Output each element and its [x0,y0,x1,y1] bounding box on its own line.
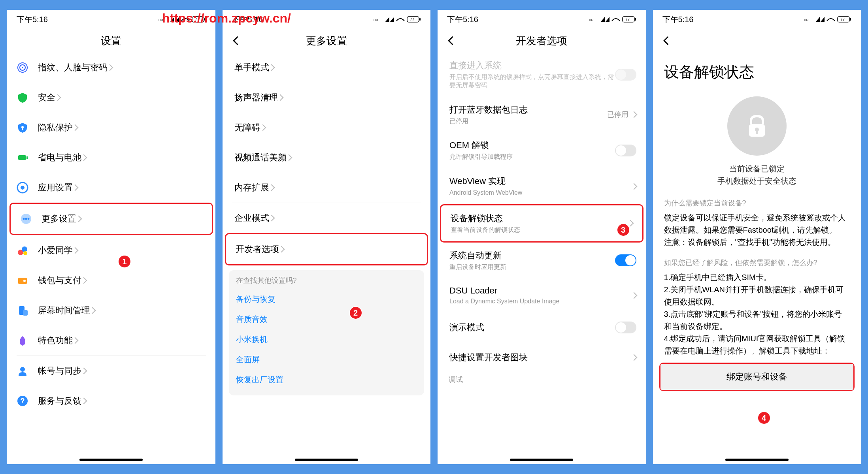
svg-rect-37 [850,18,851,21]
nav-bar[interactable] [7,459,215,464]
help-icon: ? [17,395,28,407]
nav-bar[interactable] [653,459,861,464]
question-2: 如果您已经了解风险，但依然需要解锁，怎么办? [653,254,861,271]
toggle-auto-update[interactable] [615,254,636,266]
developer-options-list: 直接进入系统开启后不使用系统的锁屏样式，点亮屏幕直接进入系统，需要无屏幕密码 打… [438,53,646,459]
item-account[interactable]: 帐号与同步 [7,356,215,386]
title-bar: 开发者选项 [438,29,646,53]
item-more-settings[interactable]: 更多设置 [11,204,212,234]
item-privacy[interactable]: 隐私保护 [7,113,215,143]
chevron-right-icon [81,154,87,161]
item-speaker[interactable]: 扬声器清理 [223,83,431,113]
svg-text:HD: HD [804,18,809,22]
item-oem-unlock[interactable]: OEM 解锁允许解锁引导加载程序 [438,132,646,168]
chevron-right-icon [259,124,266,131]
toggle-oem[interactable] [615,145,636,156]
nav-bar[interactable] [223,459,431,464]
step-badge-1: 1 [118,255,131,268]
item-bluetooth-log[interactable]: 打开蓝牙数据包日志已停用 已停用 [438,97,646,133]
account-icon [17,365,28,377]
item-label: 帐号与同步 [38,365,81,377]
svg-text:77: 77 [840,17,845,22]
item-apps[interactable]: 应用设置 [7,173,215,203]
svg-rect-9 [18,155,26,160]
back-arrow-icon[interactable] [661,35,672,46]
search-link[interactable]: 音质音效 [236,309,417,329]
chevron-right-icon [81,368,87,374]
chevron-right-icon [630,354,637,361]
item-label: 屏幕时间管理 [38,305,90,316]
lock-status-text: 当前设备已锁定 手机数据处于安全状态 [653,164,861,194]
status-bar: 下午5:16 HD 77 [653,10,861,29]
page-title: 设备解锁状态 [653,53,861,88]
chevron-right-icon [81,398,87,404]
item-accessibility[interactable]: 无障碍 [223,113,431,143]
status-bar: 下午5:16 HD 77 [438,10,646,29]
item-onehand[interactable]: 单手模式 [223,53,431,83]
xiaoai-icon [17,245,28,256]
svg-rect-29 [419,18,421,21]
svg-rect-23 [23,310,28,316]
item-wallet[interactable]: 钱包与支付 [7,265,215,295]
chevron-right-icon [278,246,285,253]
chevron-right-icon [630,183,637,190]
item-xiaoai[interactable]: 小爱同学 [7,235,215,265]
item-label: 省电与电池 [38,152,81,164]
item-demo-mode[interactable]: 演示模式 [438,312,646,342]
privacy-icon [17,122,28,134]
title-bar [653,29,861,53]
status-indicators: HD 77 [589,16,636,23]
chevron-right-icon [72,337,79,344]
phone-screen-1: 下午5:16 HD 77 设置 指纹、人脸与密码 安全 隐私保护 省电与电池 [7,10,215,464]
search-link[interactable]: 恢复出厂设置 [236,370,417,390]
svg-point-6 [22,67,23,68]
item-dsu-loader[interactable]: DSU LoaderLoad a Dynamic System Update I… [438,278,646,313]
item-special[interactable]: 特色功能 [7,325,215,356]
unlock-status-content: 当前设备已锁定 手机数据处于安全状态 为什么需要锁定当前设备? 锁定设备可以保证… [653,88,861,459]
item-videocall[interactable]: 视频通话美颜 [223,143,431,173]
item-developer-options[interactable]: 开发者选项 [226,234,427,264]
battery-icon [17,152,28,164]
status-time: 下午5:16 [447,14,478,25]
phone-screen-2: 下午5:16 HD 77 更多设置 单手模式 扬声器清理 无障碍 视频通话美颜 … [223,10,431,464]
item-feedback[interactable]: ? 服务与反馈 [7,386,215,416]
item-unlock-status[interactable]: 设备解锁状态查看当前设备的解锁状态 [441,205,642,241]
item-battery[interactable]: 省电与电池 [7,143,215,173]
highlight-unlock-status: 设备解锁状态查看当前设备的解锁状态 [440,204,643,243]
svg-point-12 [21,186,25,190]
item-label: 钱包与支付 [38,275,81,286]
item-security[interactable]: 安全 [7,83,215,113]
status-indicators: HD 77 [804,16,851,23]
apps-icon [17,182,28,194]
title-bar: 更多设置 [223,29,431,53]
highlight-bind-button: 绑定账号和设备 [659,363,855,391]
item-fingerprint[interactable]: 指纹、人脸与密码 [7,53,215,83]
back-arrow-icon[interactable] [445,35,457,46]
search-suggestions: 在查找其他设置吗? 备份与恢复 音质音效 小米换机 全面屏 恢复出厂设置 [229,270,425,395]
chevron-right-icon [72,184,79,191]
more-icon [20,213,32,225]
item-enterprise[interactable]: 企业模式 [223,203,431,233]
item-label: 小爱同学 [38,245,73,256]
back-arrow-icon[interactable] [230,35,242,46]
bind-account-button[interactable]: 绑定账号和设备 [660,364,854,390]
svg-text:77: 77 [625,17,630,22]
item-quick-tiles[interactable]: 快捷设置开发者图块 [438,342,646,372]
item-screentime[interactable]: 屏幕时间管理 [7,295,215,325]
search-link[interactable]: 全面屏 [236,350,417,370]
highlight-developer-options: 开发者选项 [225,233,428,265]
svg-point-24 [20,367,25,372]
search-link[interactable]: 小米换机 [236,329,417,350]
lock-icon [727,96,787,156]
nav-bar[interactable] [438,459,646,464]
item-webview[interactable]: WebView 实现Android System WebView [438,168,646,204]
toggle-demo[interactable] [615,322,636,333]
title-bar: 设置 [7,29,215,53]
special-icon [17,335,28,346]
phone-screen-4: 下午5:16 HD 77 设备解锁状态 当前设备已锁定 手机数据处于安全状态 为… [653,10,861,464]
item-memory[interactable]: 内存扩展 [223,173,431,203]
item-auto-update[interactable]: 系统自动更新重启设备时应用更新 [438,243,646,278]
svg-text:77: 77 [410,17,415,22]
svg-point-15 [25,218,27,220]
search-link[interactable]: 备份与恢复 [236,289,417,309]
